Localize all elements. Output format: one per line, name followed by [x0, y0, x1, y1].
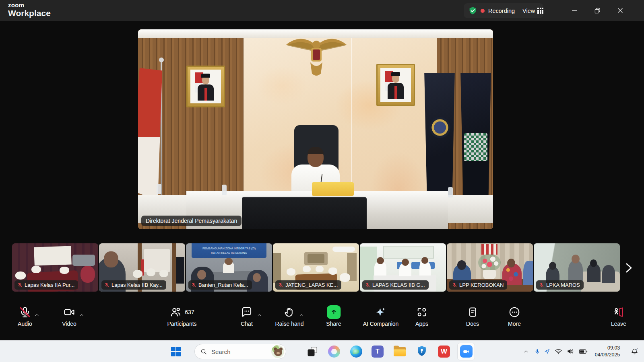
search-icon: [200, 348, 207, 355]
view-grid-icon: [537, 8, 543, 14]
windows-logo-icon: [171, 347, 181, 356]
volume-icon[interactable]: [564, 348, 576, 355]
copilot-icon[interactable]: [328, 346, 340, 358]
recording-indicator[interactable]: Recording: [488, 8, 515, 14]
view-button[interactable]: View: [522, 8, 543, 14]
wifi-icon[interactable]: [552, 348, 564, 355]
apps-button[interactable]: Apps: [415, 305, 428, 327]
participants-count: 637: [185, 309, 194, 315]
video-tile[interactable]: LAPAS KELAS IIB G...: [360, 243, 446, 292]
tile-name-pill: LPKA MAROS: [536, 280, 584, 290]
chevron-up-icon[interactable]: [257, 313, 262, 318]
muted-mic-icon: [539, 282, 544, 288]
leave-button[interactable]: Leave: [611, 305, 626, 327]
task-view-button[interactable]: [308, 347, 318, 356]
video-tile[interactable]: LPKA MAROS: [534, 243, 620, 292]
brand-zoom: zoom: [8, 2, 51, 8]
scene-bottle: [157, 184, 161, 194]
tray-chevron-up-icon[interactable]: [519, 349, 533, 354]
muted-mic-icon: [17, 282, 23, 288]
windows-taskbar: Search T W: [0, 340, 644, 362]
muted-mic-icon: [278, 282, 283, 288]
muted-mic-icon: [452, 282, 457, 288]
notification-bell-icon[interactable]: zz: [625, 348, 644, 355]
pemasyarakatan-flag: [458, 73, 493, 210]
file-explorer-icon[interactable]: [394, 347, 406, 356]
minimize-button[interactable]: [565, 4, 584, 17]
tile-name-pill: Banten_Rutan Kela...: [188, 280, 252, 290]
president-portrait: [186, 66, 225, 107]
chevron-up-icon[interactable]: [34, 313, 39, 318]
tile-name-pill: LPP KEROBOKAN: [449, 280, 507, 290]
main-video-name-label: Direktorat Jenderal Pemasyarakatan: [141, 216, 242, 226]
windows-security-icon[interactable]: [416, 345, 427, 358]
participant-filmstrip: Lapas Kelas IIA Pur... Lapas Kelas IIB K…: [12, 243, 620, 292]
chat-button[interactable]: Chat: [241, 305, 253, 327]
more-dots-icon: [508, 306, 520, 318]
wps-office-icon[interactable]: W: [438, 346, 450, 358]
muted-mic-icon: [365, 282, 370, 288]
ai-companion-button[interactable]: AI Companion: [363, 305, 399, 327]
audio-button[interactable]: Audio: [18, 305, 32, 327]
clock-date: 04/09/2025: [595, 352, 620, 358]
scene-bottle: [448, 187, 453, 197]
share-button[interactable]: Share: [326, 305, 341, 327]
start-button[interactable]: [171, 347, 181, 356]
security-shield-icon[interactable]: [469, 6, 477, 15]
zoom-workplace-logo: zoom Workplace: [8, 2, 51, 17]
participants-icon: [169, 306, 182, 318]
scene-box: [312, 182, 354, 196]
video-tile[interactable]: Lapas Kelas IIB Kay...: [99, 243, 185, 292]
video-tile[interactable]: Lapas Kelas IIA Pur...: [12, 243, 98, 292]
muted-mic-icon: [19, 306, 31, 318]
ai-sparkle-icon: [375, 306, 387, 318]
video-tile[interactable]: LPP KEROBOKAN: [447, 243, 533, 292]
video-button[interactable]: Video: [62, 305, 76, 327]
zoom-app-taskbar-icon[interactable]: [457, 343, 475, 360]
close-button[interactable]: [611, 4, 630, 17]
scene-bottle: [222, 185, 227, 195]
recording-dot-icon: [481, 9, 485, 13]
brand-workplace: Workplace: [8, 9, 51, 17]
chevron-up-icon[interactable]: [299, 313, 304, 318]
tile-name-pill: Lapas Kelas IIB Kay...: [101, 280, 166, 290]
tile-name-pill: LAPAS KELAS IIB G...: [362, 280, 429, 290]
scene-side-table-right: [441, 195, 493, 223]
chevron-up-icon[interactable]: [79, 313, 84, 318]
docs-button[interactable]: Docs: [466, 305, 479, 327]
search-highlight-image: [271, 345, 284, 358]
camera-icon: [63, 306, 76, 318]
taskbar-clock[interactable]: 09:03 04/09/2025: [590, 345, 625, 358]
teams-icon[interactable]: T: [372, 346, 384, 358]
meeting-status-pill: Recording View: [464, 3, 543, 18]
battery-icon[interactable]: [576, 349, 590, 354]
muted-mic-icon: [104, 282, 109, 288]
share-screen-icon: [327, 305, 341, 319]
garuda-emblem: [282, 33, 351, 79]
video-tile[interactable]: PEMBANGUNAN ZONA INTEGRITAS (ZI) RUTAN K…: [186, 243, 272, 292]
zoom-meeting-window: zoom Workplace Recording View: [0, 0, 644, 362]
filmstrip-next-button[interactable]: [621, 260, 637, 276]
zoom-icon: [460, 345, 473, 358]
raise-hand-button[interactable]: Raise hand: [275, 305, 304, 327]
more-button[interactable]: More: [508, 305, 521, 327]
taskbar-search[interactable]: Search: [194, 344, 286, 359]
participants-button[interactable]: 637 Participants: [167, 305, 196, 327]
main-speaker-video: Direktorat Jenderal Pemasyarakatan: [138, 29, 493, 229]
scene-monitor: [242, 197, 367, 229]
video-tile[interactable]: JATENG_LAPAS KE...: [273, 243, 359, 292]
edge-browser-icon[interactable]: [350, 346, 362, 358]
tray-microphone-icon[interactable]: [533, 348, 542, 355]
tray-location-icon[interactable]: [542, 348, 552, 354]
svg-text:z: z: [637, 348, 638, 350]
chat-bubble-icon: [241, 306, 253, 318]
clock-time: 09:03: [595, 345, 620, 352]
tile-name-pill: Lapas Kelas IIA Pur...: [14, 280, 78, 290]
vice-president-portrait: [376, 64, 415, 106]
system-tray: 09:03 04/09/2025 zz: [519, 341, 644, 362]
leave-door-icon: [613, 306, 625, 318]
search-label: Search: [211, 348, 267, 355]
tile-banner: PEMBANGUNAN ZONA INTEGRITAS (ZI) RUTAN K…: [192, 243, 266, 258]
tile-name-pill: JATENG_LAPAS KE...: [275, 280, 341, 290]
restore-button[interactable]: [588, 4, 607, 17]
